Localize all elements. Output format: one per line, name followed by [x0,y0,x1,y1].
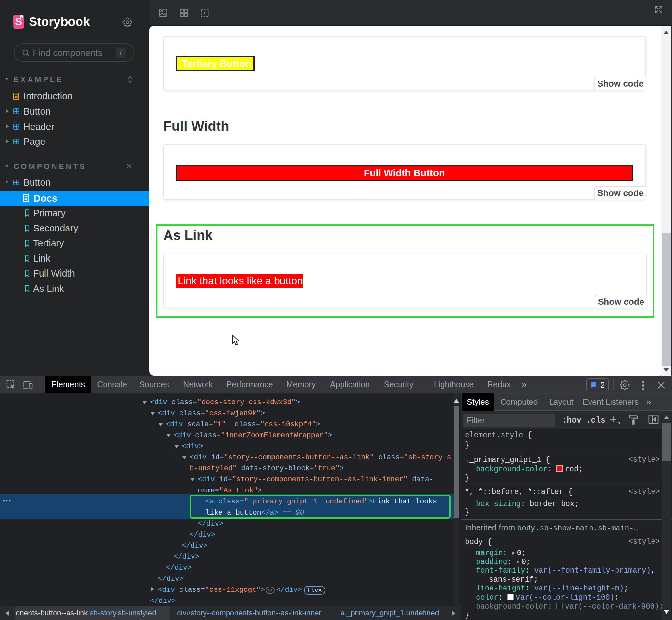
svg-text:S: S [15,15,22,28]
